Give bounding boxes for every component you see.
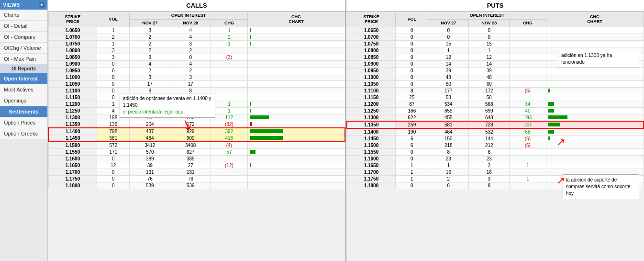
calls-vol-0: 1 [97,27,130,34]
sidebar-item-oichg-volume[interactable]: OIChg / Volume [0,43,47,54]
calls-chg-23 [211,182,247,189]
calls-table-scroll[interactable]: STRIKEPRICE VOL OPEN INTEREST CHGCHART N… [48,11,345,256]
puts-nov28-22: 3 [469,175,510,182]
calls-vol-15: 798 [97,128,130,135]
calls-chart-6 [247,67,345,74]
sidebar-item-oi-maxpain[interactable]: OI - Max Pain [0,54,47,65]
calls-th-nov27: NOV 27 [130,19,170,27]
puts-chg-21 [510,169,546,175]
sidebar-item-charts[interactable]: Charts [0,10,47,21]
calls-vol-20: 12 [97,162,130,169]
sidebar-item-option-greeks[interactable]: Option Greeks [0,128,47,139]
puts-nov28-16: 144 [469,135,510,142]
puts-nov28-21: 16 [469,169,510,175]
views-label: VIEWS [3,2,20,8]
calls-chg-2: 1 [211,40,247,47]
calls-strike-1.1500: 1.1500 [48,142,97,149]
puts-vol-13: 622 [396,114,428,121]
puts-chg-11: 34 [510,101,546,107]
puts-vol-4: 0 [396,54,428,60]
calls-nov28-20: 27 [170,162,211,169]
puts-chart-15 [546,128,644,136]
sidebar-item-most-actives[interactable]: Most Actives [0,84,47,95]
calls-strike-1.1250: 1.1250 [48,107,97,114]
puts-chg-12: 40 [510,107,546,114]
puts-vol-23: 0 [396,182,428,189]
puts-chart-1 [546,34,644,40]
puts-th-chg-chart: CHGCHART [546,12,644,27]
calls-strike-1.1550: 1.1550 [48,148,97,155]
sidebar-section-oi-reports: OI Reports [0,65,47,73]
puts-chart-20 [546,162,644,169]
sidebar-item-oi-compare[interactable]: OI - Compare [0,32,47,43]
calls-nov27-5: 4 [130,60,170,67]
sidebar-item-open-interest[interactable]: Open Interest [0,73,47,84]
puts-vol-12: 166 [396,107,428,114]
puts-chart-0 [546,27,644,34]
puts-nov28-7: 48 [469,74,510,80]
puts-strike-1.1000: 1.1000 [347,74,396,80]
sidebar-item-oi-detail[interactable]: OI - Detail [0,21,47,32]
calls-nov27-18: 570 [130,148,170,155]
calls-nov27-21: 131 [130,169,170,175]
sidebar-item-settlements[interactable]: Settlements [0,106,47,117]
puts-chart-8 [546,80,644,87]
calls-chart-1 [247,34,345,40]
calls-chg-8 [211,80,247,87]
puts-nov27-3: 1 [428,47,469,54]
calls-strike-1.1750: 1.1750 [48,175,97,182]
puts-chart-9 [546,87,644,94]
puts-chg-9: (5) [510,87,546,94]
calls-chart-0 [247,27,345,34]
puts-nov28-10: 58 [469,94,510,101]
calls-vol-7: 0 [97,74,130,80]
puts-strike-1.0650: 1.0650 [347,27,396,34]
views-dropdown-icon[interactable]: ▼ [39,2,44,8]
puts-chg-5 [510,60,546,67]
calls-chart-18 [247,148,345,155]
puts-chg-7 [510,74,546,80]
calls-nov27-23: 539 [130,182,170,189]
puts-title: PUTS [346,0,644,11]
puts-strike-1.1200: 1.1200 [347,101,396,107]
calls-vol-1: 2 [97,34,130,40]
puts-strike-1.1750: 1.1750 [347,175,396,182]
calls-strike-1.1000: 1.1000 [48,74,97,80]
calls-vol-18: 171 [97,148,130,155]
puts-nov27-18: 8 [428,148,469,155]
sidebar-item-openings[interactable]: Openings [0,95,47,106]
calls-chg-14: (32) [211,121,247,128]
puts-th-nov28: NOV 28 [469,19,510,27]
puts-th-strike: STRIKEPRICE [347,12,396,27]
puts-nov28-19: 23 [469,155,510,162]
calls-chg-7 [211,74,247,80]
calls-chg-3 [211,47,247,54]
puts-chart-11 [546,101,644,107]
sidebar: VIEWS ▼ Charts OI - Detail OI - Compare … [0,0,48,261]
calls-strike-1.0950: 1.0950 [48,67,97,74]
puts-vol-14: 259 [396,121,428,128]
puts-table-scroll[interactable]: STRIKEPRICE VOL OPEN INTEREST CHGCHART N… [346,11,644,256]
calls-nov28-4: 0 [170,54,211,60]
puts-vol-5: 0 [396,60,428,67]
calls-nov27-1: 2 [130,34,170,40]
puts-nov27-19: 23 [428,155,469,162]
calls-title: CALLS [48,0,345,11]
puts-vol-17: 6 [396,142,428,148]
puts-strike-1.1250: 1.1250 [347,107,396,114]
puts-strike-1.0900: 1.0900 [347,60,396,67]
puts-chart-13 [546,114,644,121]
puts-th-chg: CHG [510,19,546,27]
puts-vol-6: 0 [396,67,428,74]
puts-nov27-5: 14 [428,60,469,67]
calls-chg-16: 416 [211,135,247,142]
puts-th-oi: OPEN INTEREST [428,12,546,20]
sidebar-item-option-prices[interactable]: Option Prices [0,117,47,128]
views-button[interactable]: VIEWS ▼ [0,0,47,10]
puts-strike-1.1300: 1.1300 [347,114,396,121]
calls-chg-19 [211,155,247,162]
puts-annotation-1: adición en 1.1300 ya ha funcionado [558,50,639,68]
puts-chg-1 [510,34,546,40]
calls-chart-20 [247,162,345,169]
puts-nov28-15: 532 [469,128,510,136]
